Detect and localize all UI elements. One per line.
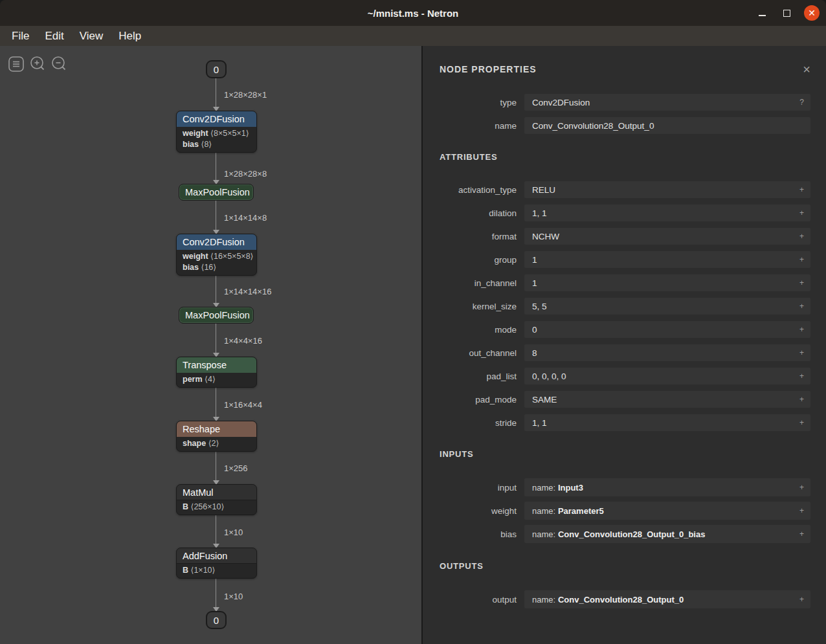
- expand-icon[interactable]: +: [799, 506, 804, 515]
- edge-line: [216, 452, 216, 481]
- input-row: input name: Input3 +: [440, 478, 810, 496]
- attribute-row: in_channel 1 +: [440, 274, 810, 291]
- graph-input-node[interactable]: 0: [206, 60, 227, 78]
- expand-icon[interactable]: +: [799, 395, 804, 404]
- input-name-prefix: name:: [532, 483, 555, 493]
- edge-label: 1×14×14×16: [224, 287, 271, 297]
- param-value: ⟨16×5×5×8⟩: [210, 252, 253, 261]
- input-row: bias name: Conv_Convolution28_Output_0_b…: [440, 525, 810, 543]
- graph-node-transpose[interactable]: Transpose perm ⟨4⟩: [176, 357, 257, 388]
- attribute-label: group: [440, 255, 517, 265]
- attribute-value: RELU: [532, 185, 794, 195]
- attribute-value-box[interactable]: RELU +: [524, 181, 810, 198]
- expand-icon[interactable]: +: [799, 595, 804, 604]
- menu-file[interactable]: File: [4, 28, 37, 44]
- panel-close-icon[interactable]: ×: [803, 63, 810, 76]
- attribute-row: format NCHW +: [440, 228, 810, 245]
- property-row-name: name Conv_Convolution28_Output_0: [440, 117, 810, 134]
- input-value-box[interactable]: name: Input3 +: [524, 478, 810, 496]
- node-title[interactable]: MatMul: [177, 485, 256, 500]
- attribute-value-box[interactable]: NCHW +: [524, 228, 810, 245]
- input-row: weight name: Parameter5 +: [440, 502, 810, 520]
- zoom-in-icon: [29, 56, 46, 72]
- attribute-value-box[interactable]: 0, 0, 0, 0 +: [524, 368, 810, 384]
- expand-icon[interactable]: +: [799, 208, 804, 217]
- expand-icon[interactable]: +: [799, 372, 804, 381]
- attribute-row: pad_mode SAME +: [440, 391, 810, 408]
- inputs-heading: INPUTS: [440, 449, 810, 459]
- graph-node-matmul[interactable]: MatMul B ⟨256×10⟩: [176, 484, 257, 515]
- sidebar-menu-button[interactable]: [8, 56, 25, 72]
- node-title[interactable]: Conv2DFusion: [177, 111, 256, 127]
- param-key: weight: [183, 129, 208, 138]
- graph-canvas[interactable]: 0 1×28×28×1 1×28×28×8 1×14×14×8 1×14×14×…: [0, 46, 421, 644]
- expand-icon[interactable]: +: [799, 529, 804, 539]
- node-title[interactable]: Reshape: [177, 421, 256, 437]
- graph-node-conv2dfusion-2[interactable]: Conv2DFusion weight ⟨16×5×5×8⟩ bias ⟨16⟩: [176, 234, 257, 276]
- panel-header: NODE PROPERTIES ×: [440, 63, 810, 76]
- attribute-value: 0: [532, 325, 794, 335]
- expand-icon[interactable]: +: [799, 255, 804, 264]
- graph-node-maxpoolfusion-1[interactable]: MaxPoolFusion: [179, 184, 254, 201]
- param-key: B: [183, 566, 188, 575]
- input-label: weight: [440, 506, 517, 516]
- help-icon[interactable]: ?: [799, 98, 804, 107]
- expand-icon[interactable]: +: [799, 185, 804, 194]
- param-key: bias: [183, 140, 199, 149]
- param-key: weight: [183, 252, 208, 261]
- graph-output-node[interactable]: 0: [206, 611, 227, 629]
- node-title[interactable]: Conv2DFusion: [177, 234, 256, 250]
- attribute-label: format: [440, 232, 517, 241]
- property-value-box[interactable]: Conv2DFusion ?: [524, 94, 810, 111]
- menu-help[interactable]: Help: [111, 28, 149, 44]
- expand-icon[interactable]: +: [799, 302, 804, 311]
- attribute-value-box[interactable]: SAME +: [524, 391, 810, 408]
- edge-line: [216, 274, 216, 304]
- attribute-value-box[interactable]: 1 +: [524, 251, 810, 268]
- edge-label: 1×14×14×8: [224, 213, 267, 223]
- attribute-value-box[interactable]: 8 +: [524, 344, 810, 361]
- maximize-button[interactable]: [779, 6, 794, 20]
- graph-node-reshape[interactable]: Reshape shape ⟨2⟩: [176, 421, 257, 452]
- attribute-value: 1, 1: [532, 208, 794, 218]
- attribute-label: dilation: [440, 208, 517, 218]
- expand-icon[interactable]: +: [799, 483, 804, 492]
- attribute-value-box[interactable]: 5, 5 +: [524, 298, 810, 315]
- expand-icon[interactable]: +: [799, 418, 804, 427]
- zoom-out-button[interactable]: [50, 56, 67, 72]
- maximize-icon: [783, 10, 790, 17]
- expand-icon[interactable]: +: [799, 232, 804, 241]
- graph-node-maxpoolfusion-2[interactable]: MaxPoolFusion: [179, 307, 254, 324]
- attribute-value-box[interactable]: 1 +: [524, 274, 810, 291]
- graph-node-addfusion[interactable]: AddFusion B ⟨1×10⟩: [176, 548, 257, 579]
- attribute-value-box[interactable]: 0 +: [524, 321, 810, 338]
- input-value-box[interactable]: name: Conv_Convolution28_Output_0_bias +: [524, 525, 810, 543]
- input-value-box[interactable]: name: Parameter5 +: [524, 502, 810, 520]
- menu-view[interactable]: View: [72, 28, 111, 44]
- expand-icon[interactable]: +: [799, 278, 804, 287]
- minimize-button[interactable]: [755, 6, 769, 20]
- property-value-box[interactable]: Conv_Convolution28_Output_0: [524, 117, 810, 134]
- input-name-value: Input3: [558, 483, 583, 493]
- attribute-label: activation_type: [440, 185, 517, 195]
- node-title[interactable]: Transpose: [177, 357, 256, 373]
- edge-label: 1×28×28×8: [224, 169, 267, 179]
- output-value-box[interactable]: name: Conv_Convolution28_Output_0 +: [524, 590, 810, 608]
- attribute-value: SAME: [532, 395, 794, 405]
- input-name-value: Parameter5: [558, 506, 604, 516]
- zoom-in-button[interactable]: [29, 56, 46, 72]
- attribute-value-box[interactable]: 1, 1 +: [524, 205, 810, 221]
- attribute-row: group 1 +: [440, 251, 810, 268]
- graph-node-conv2dfusion-1[interactable]: Conv2DFusion weight ⟨8×5×5×1⟩ bias ⟨8⟩: [176, 111, 257, 153]
- menu-edit[interactable]: Edit: [37, 28, 71, 44]
- expand-icon[interactable]: +: [799, 325, 804, 334]
- param-value: ⟨8⟩: [201, 140, 212, 149]
- node-title[interactable]: AddFusion: [177, 548, 256, 564]
- property-row-type: type Conv2DFusion ?: [440, 94, 810, 111]
- attribute-value-box[interactable]: 1, 1 +: [524, 414, 810, 431]
- attribute-row: pad_list 0, 0, 0, 0 +: [440, 368, 810, 384]
- close-button[interactable]: ✕: [804, 5, 820, 21]
- expand-icon[interactable]: +: [799, 348, 804, 357]
- attribute-label: mode: [440, 325, 517, 335]
- edge-line: [216, 78, 216, 107]
